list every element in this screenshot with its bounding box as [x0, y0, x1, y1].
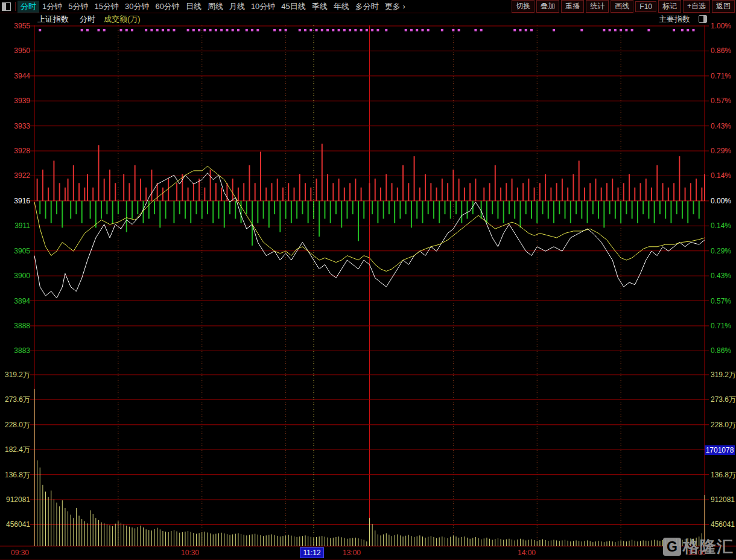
price-label: 3955	[0, 22, 30, 30]
signal-dot	[125, 29, 128, 31]
watermark: G 格隆汇	[663, 536, 734, 558]
price-label: 3944	[0, 72, 30, 80]
cursor-volume-badge: 1701078	[705, 445, 735, 455]
volume-label: 136.8万	[0, 471, 30, 479]
pct-label: 0.29%	[711, 147, 731, 155]
signal-dot	[360, 29, 363, 31]
signal-dot	[203, 29, 206, 31]
signal-dot	[609, 29, 611, 31]
pct-label: 0.71%	[711, 322, 731, 330]
volume-label: 273.6万	[711, 395, 736, 404]
price-label: 3911	[0, 221, 30, 230]
price-label: 3928	[0, 147, 30, 155]
chart-canvas[interactable]	[0, 0, 736, 560]
volume-label: 319.2万	[711, 371, 736, 379]
signal-dot	[86, 29, 89, 31]
signal-dot	[299, 29, 301, 31]
pct-label: 0.29%	[711, 247, 731, 255]
watermark-text: 格隆汇	[683, 536, 734, 558]
signal-dot	[349, 29, 351, 31]
volume-label: 319.2万	[0, 371, 30, 379]
signal-dot	[371, 29, 373, 31]
volume-label: 228.0万	[711, 421, 736, 429]
signal-dot	[198, 29, 200, 31]
signal-dot	[39, 29, 41, 31]
signal-dot	[120, 29, 122, 31]
signal-dot	[156, 29, 159, 31]
signal-dot	[162, 29, 164, 31]
signal-dot	[167, 29, 170, 31]
time-label-13:00: 13:00	[343, 549, 361, 557]
signal-dot	[631, 29, 633, 31]
signal-dot	[338, 29, 340, 31]
signal-dot	[150, 29, 153, 31]
signal-dot	[458, 29, 460, 31]
signal-dot	[226, 29, 228, 31]
signal-dot	[405, 29, 407, 31]
cursor-time-badge: 11:12	[300, 547, 324, 558]
signal-dot	[553, 29, 555, 31]
signal-dot	[673, 29, 675, 31]
signal-dot	[285, 29, 287, 31]
volume-label: 182.4万	[0, 445, 30, 454]
signal-dot	[441, 29, 443, 31]
signal-dot	[273, 29, 276, 31]
signal-dot	[192, 29, 195, 31]
signal-dot	[525, 29, 527, 31]
signal-dot	[326, 29, 329, 31]
signal-dot	[410, 29, 413, 31]
signal-dot	[343, 29, 346, 31]
signal-dot	[81, 29, 83, 31]
signal-dot	[620, 29, 622, 31]
signal-dot	[692, 29, 694, 31]
signal-dot	[173, 29, 175, 31]
signal-dot	[321, 29, 323, 31]
price-label: 3939	[0, 97, 30, 105]
price-label: 3900	[0, 272, 30, 280]
gelonghui-logo-icon: G	[663, 538, 681, 556]
volume-label: 912081	[711, 495, 735, 504]
pct-label: 0.71%	[711, 72, 731, 80]
pct-label: 0.14%	[711, 221, 731, 230]
price-label: 3894	[0, 297, 30, 305]
pct-label: 0.43%	[711, 122, 731, 130]
price-label-base: 3916	[0, 197, 30, 205]
signal-dot	[416, 29, 418, 31]
pct-label: 0.57%	[711, 97, 731, 105]
signal-dot	[246, 29, 248, 31]
signal-dot	[354, 29, 357, 31]
volume-label: 456041	[0, 520, 30, 529]
price-label: 3950	[0, 46, 30, 55]
signal-dot	[614, 29, 617, 31]
price-label: 3888	[0, 322, 30, 330]
signal-dot	[145, 29, 147, 31]
signal-dot	[647, 29, 650, 31]
volume-label: 228.0万	[0, 421, 30, 429]
price-label: 3933	[0, 122, 30, 130]
volume-label: 273.6万	[0, 395, 30, 404]
signal-dot	[251, 29, 253, 31]
signal-dot	[530, 29, 533, 31]
signal-dot	[452, 29, 454, 31]
signal-dot	[519, 29, 521, 31]
signal-dot	[103, 29, 106, 31]
signal-dot	[316, 29, 318, 31]
signal-dot	[187, 29, 189, 31]
price-label: 3905	[0, 247, 30, 255]
signal-dot	[232, 29, 234, 31]
price-label: 3883	[0, 346, 30, 355]
signal-dot	[421, 29, 424, 31]
volume-label: 136.8万	[711, 471, 736, 479]
pct-label: 0.86%	[711, 346, 731, 355]
time-label-14:00: 14:00	[518, 549, 536, 557]
signal-dot	[366, 29, 368, 31]
pct-label: 1.00%	[711, 22, 731, 30]
pct-label-base: 0.00%	[711, 197, 731, 205]
signal-dot	[687, 29, 689, 31]
price-label: 3922	[0, 171, 30, 180]
signal-dot	[237, 29, 240, 31]
signal-dot	[131, 29, 133, 31]
signal-dot	[603, 29, 605, 31]
signal-dot	[376, 29, 379, 31]
volume-label: 912081	[0, 495, 30, 504]
